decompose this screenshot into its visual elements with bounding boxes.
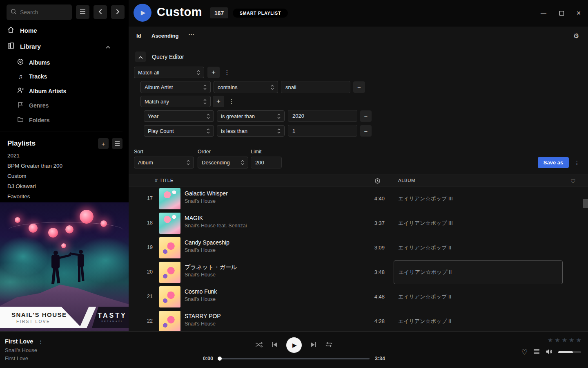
track-album[interactable]: エイリアン☆ポップ II [394, 310, 563, 331]
track-title[interactable]: STARRY POP [185, 313, 221, 319]
sidebar-item-tracks[interactable]: ♫ Tracks [17, 73, 47, 80]
now-playing-title[interactable]: First Love [5, 338, 33, 345]
track-title[interactable]: Cosmo Funk [185, 288, 217, 295]
track-title[interactable]: Galactic Whisper [185, 190, 228, 197]
sidebar-item-folders[interactable]: Folders [17, 116, 50, 124]
shuffle-button[interactable] [255, 341, 263, 349]
play-playlist-button[interactable]: ▶ [134, 4, 151, 22]
nav-forward-button[interactable] [111, 5, 125, 19]
save-menu-button[interactable]: ⋮ [572, 157, 581, 168]
window-minimize-button[interactable]: — [539, 9, 548, 17]
add-playlist-button[interactable]: + [98, 138, 109, 149]
sort-field-button[interactable]: Id [136, 33, 141, 39]
qe-limit-input[interactable] [251, 157, 282, 168]
play-button[interactable]: ▶ [286, 337, 302, 353]
volume-button[interactable] [546, 348, 552, 357]
column-album[interactable]: ALBUM [398, 178, 415, 183]
next-button[interactable] [310, 342, 316, 349]
volume-slider[interactable] [558, 351, 581, 353]
sidebar-item-library[interactable]: Library [7, 42, 122, 50]
repeat-button[interactable] [325, 341, 333, 349]
queue-button[interactable] [533, 348, 540, 357]
rule-field-select[interactable]: Album Artist [140, 81, 211, 93]
previous-button[interactable] [272, 342, 278, 349]
star-icon[interactable]: ★ [576, 337, 581, 344]
star-icon[interactable]: ★ [555, 337, 560, 344]
seek-handle[interactable] [218, 357, 222, 361]
now-playing-artist[interactable]: Snail's House [5, 347, 37, 353]
group-rule-operator-select[interactable]: is less than [217, 125, 285, 137]
clock-icon[interactable] [375, 178, 380, 184]
track-row[interactable]: 17 Galactic Whisper Snail's House 4:40 エ… [129, 186, 588, 211]
group-rule-field-select[interactable]: Year [144, 110, 214, 122]
album-thumbnail[interactable] [159, 188, 180, 209]
star-icon[interactable]: ★ [548, 337, 553, 344]
chevron-up-icon[interactable] [106, 43, 110, 50]
star-icon[interactable]: ★ [562, 337, 567, 344]
group-rule-value-input[interactable] [288, 125, 357, 137]
sidebar-item-genres[interactable]: Genres [17, 101, 49, 109]
save-as-button[interactable]: Save as [538, 157, 569, 168]
track-artist[interactable]: Snail's House [185, 247, 216, 253]
playlist-item[interactable]: Custom [7, 173, 27, 179]
nav-back-button[interactable] [94, 5, 107, 19]
qe-order-select[interactable]: Descending [198, 157, 248, 168]
track-artist[interactable]: Snail's House [185, 198, 216, 204]
menu-button[interactable] [76, 5, 89, 19]
playlist-item[interactable]: 2021 [7, 153, 20, 159]
window-close-button[interactable]: × [575, 9, 583, 17]
track-artist[interactable]: Snail's House feat. Sennzai [185, 223, 247, 229]
track-row[interactable]: 19 Candy Spaceship Snail's House 3:09 エイ… [129, 236, 588, 260]
group-remove-rule-button[interactable]: − [360, 125, 372, 137]
group-add-rule-button[interactable]: + [213, 96, 224, 107]
album-thumbnail[interactable] [159, 213, 180, 234]
query-editor-collapse-button[interactable] [135, 52, 146, 62]
root-match-select[interactable]: Match all [134, 67, 204, 78]
track-album-focused-cell[interactable]: エイリアン☆ポップ II [394, 260, 563, 284]
rule-value-input[interactable] [281, 81, 350, 93]
column-title[interactable]: TITLE [160, 178, 174, 183]
track-album[interactable]: エイリアン☆ポップ III [394, 187, 563, 211]
track-artist[interactable]: Snail's House [185, 272, 216, 278]
star-icon[interactable]: ★ [569, 337, 574, 344]
group-match-select[interactable]: Match any [140, 96, 211, 107]
track-title[interactable]: Candy Spaceship [185, 239, 229, 246]
group-rule-field-select[interactable]: Play Count [144, 125, 214, 137]
scrollbar-thumb[interactable] [583, 199, 588, 208]
root-rule-menu-button[interactable]: ⋮ [223, 67, 232, 78]
favorite-button[interactable]: ♡ [521, 348, 528, 357]
search-input[interactable] [20, 9, 65, 16]
group-rule-value-input[interactable] [288, 110, 357, 122]
add-rule-button[interactable]: + [207, 67, 220, 78]
playlist-list-button[interactable] [112, 138, 122, 149]
sidebar-item-album-artists[interactable]: Album Artists [17, 87, 66, 95]
album-thumbnail[interactable] [159, 237, 180, 258]
seek-slider[interactable] [218, 358, 370, 359]
now-playing-menu-button[interactable]: ⋮ [38, 339, 43, 345]
group-rule-operator-select[interactable]: is greater than [217, 110, 285, 122]
album-thumbnail[interactable] [159, 286, 180, 307]
album-thumbnail[interactable] [159, 262, 180, 283]
group-remove-rule-button[interactable]: − [360, 110, 372, 122]
remove-rule-button[interactable]: − [353, 81, 365, 93]
sidebar-item-albums[interactable]: Albums [17, 58, 50, 66]
track-title[interactable]: プラネット・ガール [185, 264, 237, 271]
playlist-item[interactable]: DJ Okawari [7, 183, 36, 189]
now-playing-album[interactable]: First Love [5, 355, 28, 361]
track-artist[interactable]: Snail's House [185, 296, 216, 302]
sidebar-item-home[interactable]: Home [7, 26, 122, 34]
group-menu-button[interactable]: ⋮ [227, 96, 236, 107]
rule-operator-select[interactable]: contains [214, 81, 278, 93]
track-album[interactable]: エイリアン☆ポップ II [394, 285, 563, 309]
track-album[interactable]: エイリアン☆ポップ III [394, 211, 563, 235]
track-album[interactable]: エイリアン☆ポップ II [394, 236, 563, 260]
heart-column-icon[interactable]: ♡ [570, 178, 576, 184]
window-maximize-button[interactable] [557, 9, 566, 17]
sort-direction-button[interactable]: Ascending [151, 33, 178, 39]
track-row[interactable]: 22 STARRY POP Snail's House 4:28 エイリアン☆ポ… [129, 309, 588, 331]
qe-sort-select[interactable]: Album [134, 157, 194, 168]
search-box[interactable] [7, 4, 72, 20]
playlist-item[interactable]: Favorites [7, 193, 30, 200]
more-options-button[interactable]: ⋯ [188, 31, 194, 38]
track-row[interactable]: 18 MAGIK Snail's House feat. Sennzai 3:3… [129, 211, 588, 236]
